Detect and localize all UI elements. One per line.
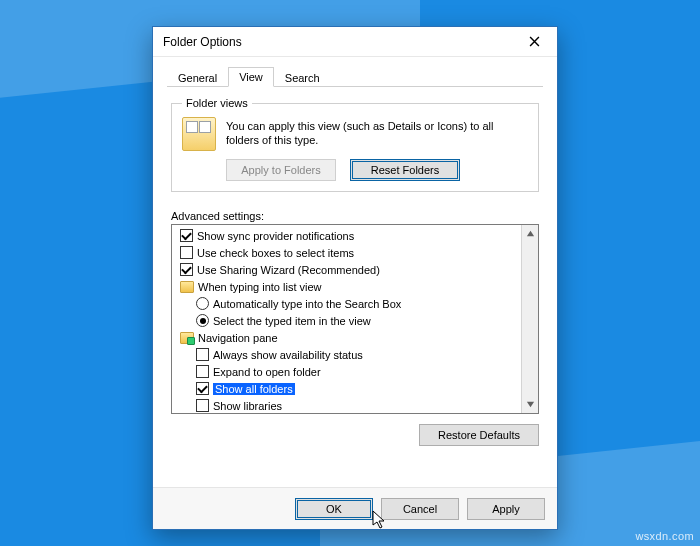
item-label: Navigation pane	[198, 332, 278, 344]
scroll-track[interactable]	[522, 242, 538, 396]
list-item[interactable]: Show sync provider notifications	[174, 227, 519, 244]
tab-search[interactable]: Search	[274, 68, 331, 87]
item-label: Show sync provider notifications	[197, 230, 354, 242]
folder-icon	[180, 281, 194, 293]
titlebar: Folder Options	[153, 27, 557, 57]
navigation-pane-icon	[180, 332, 194, 344]
item-label: Select the typed item in the view	[213, 315, 371, 327]
checkbox-icon[interactable]	[180, 246, 193, 259]
advanced-settings-label: Advanced settings:	[171, 210, 539, 222]
window-title: Folder Options	[153, 35, 242, 49]
cancel-button[interactable]: Cancel	[381, 498, 459, 520]
list-item[interactable]: Select the typed item in the view	[174, 312, 519, 329]
folder-views-icon	[182, 117, 216, 151]
checkbox-icon[interactable]	[196, 365, 209, 378]
checkbox-icon[interactable]	[196, 399, 209, 412]
reset-folders-button[interactable]: Reset Folders	[350, 159, 460, 181]
checkbox-icon[interactable]	[196, 348, 209, 361]
item-label: Show libraries	[213, 400, 282, 412]
list-item[interactable]: Show libraries	[174, 397, 519, 413]
radio-icon[interactable]	[196, 297, 209, 310]
restore-defaults-button[interactable]: Restore Defaults	[419, 424, 539, 446]
apply-button[interactable]: Apply	[467, 498, 545, 520]
tab-general[interactable]: General	[167, 68, 228, 87]
watermark: wsxdn.com	[635, 530, 694, 542]
list-item[interactable]: Expand to open folder	[174, 363, 519, 380]
dialog-footer: OK Cancel Apply	[153, 487, 557, 529]
scrollbar[interactable]	[521, 225, 538, 413]
list-item[interactable]: Automatically type into the Search Box	[174, 295, 519, 312]
list-item[interactable]: Always show availability status	[174, 346, 519, 363]
checkbox-icon[interactable]	[180, 263, 193, 276]
folder-views-group: Folder views You can apply this view (su…	[171, 97, 539, 192]
close-button[interactable]	[511, 27, 557, 57]
checkbox-icon[interactable]	[180, 229, 193, 242]
ok-button[interactable]: OK	[295, 498, 373, 520]
list-item[interactable]: Use check boxes to select items	[174, 244, 519, 261]
item-label: When typing into list view	[198, 281, 322, 293]
folder-views-text: You can apply this view (such as Details…	[226, 119, 528, 148]
folder-options-dialog: Folder Options General View Search Folde…	[152, 26, 558, 530]
list-group: Navigation pane	[174, 329, 519, 346]
advanced-settings-box: Show sync provider notifications Use che…	[171, 224, 539, 414]
list-item-show-all-folders[interactable]: Show all folders	[174, 380, 519, 397]
checkbox-icon[interactable]	[196, 382, 209, 395]
item-label: Automatically type into the Search Box	[213, 298, 401, 310]
advanced-settings-list[interactable]: Show sync provider notifications Use che…	[172, 225, 521, 413]
apply-to-folders-button[interactable]: Apply to Folders	[226, 159, 336, 181]
item-label: Always show availability status	[213, 349, 363, 361]
tab-view[interactable]: View	[228, 67, 274, 87]
item-label: Expand to open folder	[213, 366, 321, 378]
close-icon	[529, 36, 540, 47]
folder-views-legend: Folder views	[182, 97, 252, 109]
radio-icon[interactable]	[196, 314, 209, 327]
tab-strip: General View Search	[167, 65, 543, 87]
scroll-up-button[interactable]	[522, 225, 538, 242]
item-label: Use Sharing Wizard (Recommended)	[197, 264, 380, 276]
scroll-down-button[interactable]	[522, 396, 538, 413]
list-group: When typing into list view	[174, 278, 519, 295]
item-label: Use check boxes to select items	[197, 247, 354, 259]
list-item[interactable]: Use Sharing Wizard (Recommended)	[174, 261, 519, 278]
item-label-selected: Show all folders	[213, 383, 295, 395]
